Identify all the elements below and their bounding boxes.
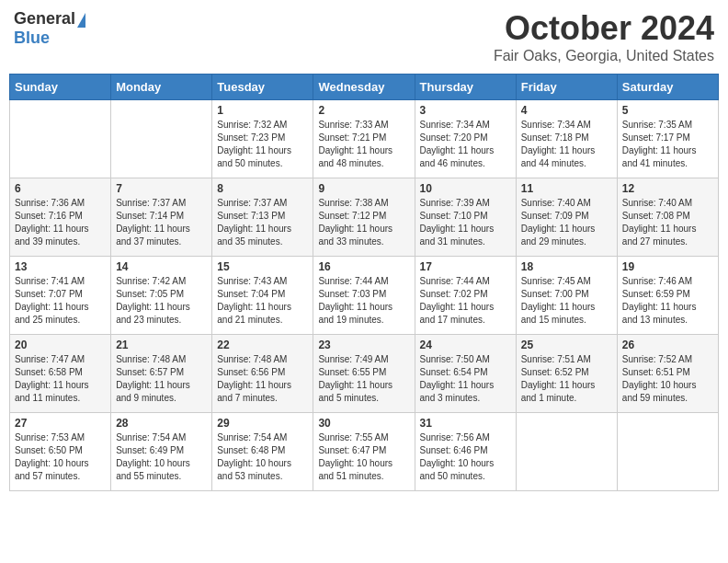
calendar-cell: 31 Sunrise: 7:56 AMSunset: 6:46 PMDaylig… bbox=[415, 413, 516, 491]
calendar-cell: 28 Sunrise: 7:54 AMSunset: 6:49 PMDaylig… bbox=[111, 413, 212, 491]
weekday-header: Wednesday bbox=[313, 75, 415, 100]
calendar-cell: 14 Sunrise: 7:42 AMSunset: 7:05 PMDaylig… bbox=[111, 257, 212, 335]
day-detail: Sunrise: 7:46 AMSunset: 6:59 PMDaylight:… bbox=[622, 275, 713, 327]
calendar-cell: 3 Sunrise: 7:34 AMSunset: 7:20 PMDayligh… bbox=[415, 100, 516, 178]
day-detail: Sunrise: 7:56 AMSunset: 6:46 PMDaylight:… bbox=[420, 431, 511, 483]
calendar-week-row: 13 Sunrise: 7:41 AMSunset: 7:07 PMDaylig… bbox=[10, 257, 719, 335]
day-number: 15 bbox=[217, 260, 308, 273]
day-detail: Sunrise: 7:35 AMSunset: 7:17 PMDaylight:… bbox=[622, 119, 713, 170]
day-number: 6 bbox=[15, 182, 106, 195]
day-number: 4 bbox=[521, 104, 612, 117]
calendar-cell: 7 Sunrise: 7:37 AMSunset: 7:14 PMDayligh… bbox=[111, 178, 212, 257]
day-detail: Sunrise: 7:34 AMSunset: 7:18 PMDaylight:… bbox=[521, 119, 612, 170]
day-detail: Sunrise: 7:49 AMSunset: 6:55 PMDaylight:… bbox=[318, 353, 409, 405]
day-detail: Sunrise: 7:44 AMSunset: 7:02 PMDaylight:… bbox=[420, 275, 511, 327]
calendar-week-row: 6 Sunrise: 7:36 AMSunset: 7:16 PMDayligh… bbox=[10, 178, 719, 257]
calendar-cell: 10 Sunrise: 7:39 AMSunset: 7:10 PMDaylig… bbox=[415, 178, 516, 257]
calendar-cell: 2 Sunrise: 7:33 AMSunset: 7:21 PMDayligh… bbox=[313, 100, 415, 178]
day-detail: Sunrise: 7:55 AMSunset: 6:47 PMDaylight:… bbox=[318, 431, 409, 483]
calendar-table: SundayMondayTuesdayWednesdayThursdayFrid… bbox=[9, 74, 719, 491]
logo-text-blue: Blue bbox=[14, 29, 50, 48]
month-title: October 2024 bbox=[494, 9, 714, 48]
weekday-header: Thursday bbox=[415, 75, 516, 100]
day-detail: Sunrise: 7:33 AMSunset: 7:21 PMDaylight:… bbox=[318, 119, 409, 170]
day-number: 30 bbox=[318, 417, 409, 430]
calendar-week-row: 20 Sunrise: 7:47 AMSunset: 6:58 PMDaylig… bbox=[10, 335, 719, 413]
day-detail: Sunrise: 7:43 AMSunset: 7:04 PMDaylight:… bbox=[217, 275, 308, 327]
calendar-week-row: 1 Sunrise: 7:32 AMSunset: 7:23 PMDayligh… bbox=[10, 100, 719, 178]
calendar-cell: 18 Sunrise: 7:45 AMSunset: 7:00 PMDaylig… bbox=[516, 257, 617, 335]
day-number: 8 bbox=[217, 182, 308, 195]
day-detail: Sunrise: 7:42 AMSunset: 7:05 PMDaylight:… bbox=[116, 275, 207, 327]
day-detail: Sunrise: 7:40 AMSunset: 7:08 PMDaylight:… bbox=[622, 197, 713, 248]
calendar-cell: 21 Sunrise: 7:48 AMSunset: 6:57 PMDaylig… bbox=[111, 335, 212, 413]
calendar-cell bbox=[111, 100, 212, 178]
day-detail: Sunrise: 7:37 AMSunset: 7:13 PMDaylight:… bbox=[217, 197, 308, 248]
day-number: 10 bbox=[420, 182, 511, 195]
day-detail: Sunrise: 7:47 AMSunset: 6:58 PMDaylight:… bbox=[15, 353, 106, 405]
calendar-cell: 19 Sunrise: 7:46 AMSunset: 6:59 PMDaylig… bbox=[617, 257, 718, 335]
day-number: 9 bbox=[318, 182, 409, 195]
day-number: 31 bbox=[420, 417, 511, 430]
weekday-header: Tuesday bbox=[212, 75, 313, 100]
calendar-cell: 5 Sunrise: 7:35 AMSunset: 7:17 PMDayligh… bbox=[617, 100, 718, 178]
day-number: 21 bbox=[116, 339, 207, 351]
weekday-header: Monday bbox=[111, 75, 212, 100]
day-detail: Sunrise: 7:51 AMSunset: 6:52 PMDaylight:… bbox=[521, 353, 612, 405]
calendar-cell: 22 Sunrise: 7:48 AMSunset: 6:56 PMDaylig… bbox=[212, 335, 313, 413]
day-detail: Sunrise: 7:50 AMSunset: 6:54 PMDaylight:… bbox=[420, 353, 511, 405]
title-area: October 2024 Fair Oaks, Georgia, United … bbox=[494, 9, 714, 64]
day-number: 22 bbox=[217, 339, 308, 351]
day-number: 2 bbox=[318, 104, 409, 117]
day-number: 27 bbox=[15, 417, 106, 430]
day-detail: Sunrise: 7:37 AMSunset: 7:14 PMDaylight:… bbox=[116, 197, 207, 248]
day-detail: Sunrise: 7:45 AMSunset: 7:00 PMDaylight:… bbox=[521, 275, 612, 327]
day-detail: Sunrise: 7:52 AMSunset: 6:51 PMDaylight:… bbox=[622, 353, 713, 405]
day-number: 29 bbox=[217, 417, 308, 430]
calendar-cell: 15 Sunrise: 7:43 AMSunset: 7:04 PMDaylig… bbox=[212, 257, 313, 335]
page-header: General Blue October 2024 Fair Oaks, Geo… bbox=[9, 9, 719, 64]
day-number: 11 bbox=[521, 182, 612, 195]
day-number: 17 bbox=[420, 260, 511, 273]
calendar-cell: 16 Sunrise: 7:44 AMSunset: 7:03 PMDaylig… bbox=[313, 257, 415, 335]
calendar-header-row: SundayMondayTuesdayWednesdayThursdayFrid… bbox=[10, 75, 719, 100]
day-number: 14 bbox=[116, 260, 207, 273]
calendar-cell bbox=[10, 100, 111, 178]
calendar-cell: 26 Sunrise: 7:52 AMSunset: 6:51 PMDaylig… bbox=[617, 335, 718, 413]
calendar-cell: 9 Sunrise: 7:38 AMSunset: 7:12 PMDayligh… bbox=[313, 178, 415, 257]
calendar-cell bbox=[617, 413, 718, 491]
calendar-week-row: 27 Sunrise: 7:53 AMSunset: 6:50 PMDaylig… bbox=[10, 413, 719, 491]
weekday-header: Sunday bbox=[10, 75, 111, 100]
day-detail: Sunrise: 7:36 AMSunset: 7:16 PMDaylight:… bbox=[15, 197, 106, 248]
calendar-cell: 1 Sunrise: 7:32 AMSunset: 7:23 PMDayligh… bbox=[212, 100, 313, 178]
calendar-cell bbox=[516, 413, 617, 491]
calendar-cell: 20 Sunrise: 7:47 AMSunset: 6:58 PMDaylig… bbox=[10, 335, 111, 413]
calendar-cell: 6 Sunrise: 7:36 AMSunset: 7:16 PMDayligh… bbox=[10, 178, 111, 257]
location-title: Fair Oaks, Georgia, United States bbox=[494, 48, 714, 64]
calendar-cell: 12 Sunrise: 7:40 AMSunset: 7:08 PMDaylig… bbox=[617, 178, 718, 257]
day-number: 28 bbox=[116, 417, 207, 430]
day-number: 19 bbox=[622, 260, 713, 273]
calendar-cell: 25 Sunrise: 7:51 AMSunset: 6:52 PMDaylig… bbox=[516, 335, 617, 413]
day-detail: Sunrise: 7:54 AMSunset: 6:49 PMDaylight:… bbox=[116, 431, 207, 483]
calendar-cell: 29 Sunrise: 7:54 AMSunset: 6:48 PMDaylig… bbox=[212, 413, 313, 491]
calendar-cell: 17 Sunrise: 7:44 AMSunset: 7:02 PMDaylig… bbox=[415, 257, 516, 335]
day-detail: Sunrise: 7:39 AMSunset: 7:10 PMDaylight:… bbox=[420, 197, 511, 248]
logo-triangle-icon bbox=[77, 13, 85, 28]
day-number: 24 bbox=[420, 339, 511, 351]
calendar-cell: 11 Sunrise: 7:40 AMSunset: 7:09 PMDaylig… bbox=[516, 178, 617, 257]
day-number: 1 bbox=[217, 104, 308, 117]
day-detail: Sunrise: 7:40 AMSunset: 7:09 PMDaylight:… bbox=[521, 197, 612, 248]
day-detail: Sunrise: 7:54 AMSunset: 6:48 PMDaylight:… bbox=[217, 431, 308, 483]
calendar-cell: 4 Sunrise: 7:34 AMSunset: 7:18 PMDayligh… bbox=[516, 100, 617, 178]
day-number: 23 bbox=[318, 339, 409, 351]
calendar-cell: 23 Sunrise: 7:49 AMSunset: 6:55 PMDaylig… bbox=[313, 335, 415, 413]
day-number: 26 bbox=[622, 339, 713, 351]
day-detail: Sunrise: 7:48 AMSunset: 6:56 PMDaylight:… bbox=[217, 353, 308, 405]
day-number: 12 bbox=[622, 182, 713, 195]
day-detail: Sunrise: 7:34 AMSunset: 7:20 PMDaylight:… bbox=[420, 119, 511, 170]
day-number: 25 bbox=[521, 339, 612, 351]
weekday-header: Saturday bbox=[617, 75, 718, 100]
weekday-header: Friday bbox=[516, 75, 617, 100]
day-detail: Sunrise: 7:44 AMSunset: 7:03 PMDaylight:… bbox=[318, 275, 409, 327]
